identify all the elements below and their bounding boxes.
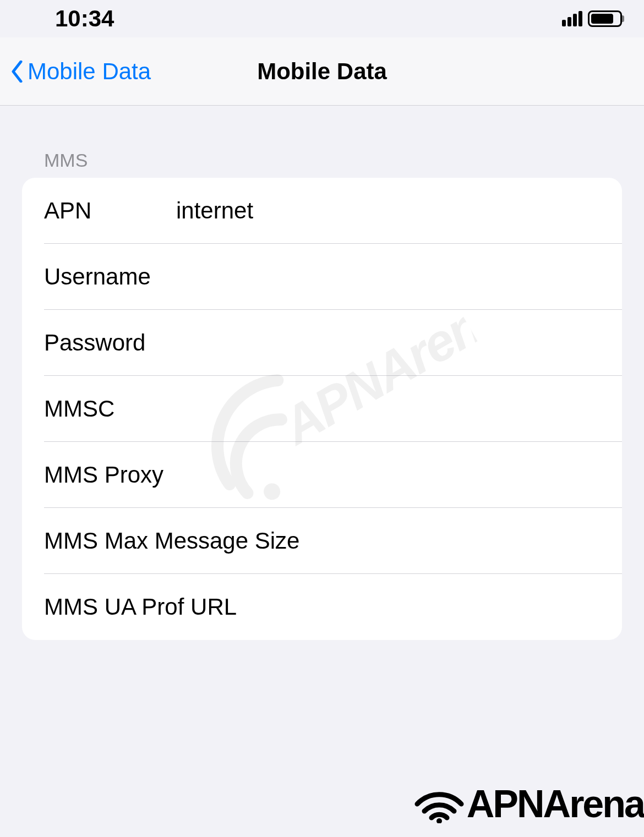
username-row[interactable]: Username — [22, 244, 622, 310]
mms-proxy-label: MMS Proxy — [44, 462, 163, 488]
mmsc-row[interactable]: MMSC — [22, 376, 622, 442]
apn-row[interactable]: APN — [22, 178, 622, 244]
apn-label: APN — [44, 198, 176, 224]
password-label: Password — [44, 330, 176, 356]
username-label: Username — [44, 264, 176, 290]
mmsc-input[interactable] — [176, 396, 600, 422]
mms-ua-prof-input[interactable] — [237, 594, 600, 620]
cellular-signal-icon — [562, 11, 582, 26]
status-time: 10:34 — [55, 6, 114, 32]
content-area: MMS APN Username Password MMSC MMS Proxy — [0, 106, 644, 640]
chevron-left-icon — [11, 61, 23, 83]
mms-ua-prof-row[interactable]: MMS UA Prof URL — [22, 574, 622, 640]
mms-proxy-row[interactable]: MMS Proxy — [22, 442, 622, 508]
back-label: Mobile Data — [28, 58, 151, 85]
section-header-mms: MMS — [22, 150, 622, 178]
mms-settings-group: APN Username Password MMSC MMS Proxy MMS… — [22, 178, 622, 640]
apnarena-logo: APNArena — [414, 782, 644, 826]
navigation-bar: Mobile Data Mobile Data — [0, 37, 644, 106]
mms-max-size-label: MMS Max Message Size — [44, 528, 299, 554]
mms-proxy-input[interactable] — [163, 462, 600, 488]
wifi-icon — [414, 785, 464, 823]
svg-point-2 — [436, 818, 442, 823]
page-title: Mobile Data — [257, 58, 387, 85]
apn-input[interactable] — [176, 198, 600, 224]
password-row[interactable]: Password — [22, 310, 622, 376]
mmsc-label: MMSC — [44, 396, 176, 422]
mms-max-size-input[interactable] — [299, 528, 600, 554]
status-indicators — [562, 10, 622, 27]
username-input[interactable] — [176, 264, 600, 290]
apnarena-text: APNArena — [467, 782, 644, 826]
status-bar: 10:34 — [0, 0, 644, 37]
mms-ua-prof-label: MMS UA Prof URL — [44, 594, 237, 620]
back-button[interactable]: Mobile Data — [0, 58, 151, 85]
password-input[interactable] — [176, 330, 600, 356]
battery-icon — [588, 10, 622, 27]
mms-max-size-row[interactable]: MMS Max Message Size — [22, 508, 622, 574]
